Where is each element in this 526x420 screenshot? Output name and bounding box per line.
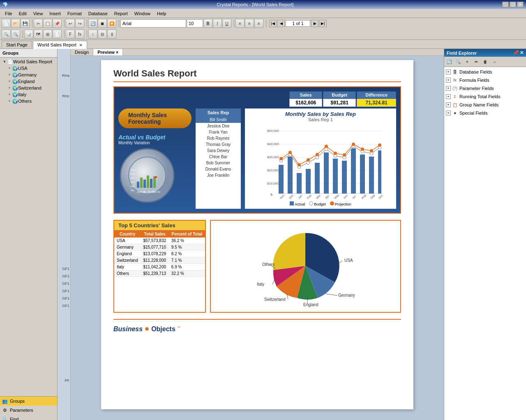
sales-rep-bill-smith[interactable]: Bill Smith bbox=[196, 117, 241, 123]
tree-item-report[interactable]: ▼ 📄 World Sales Report bbox=[1, 58, 56, 65]
first-page-button[interactable]: |◀ bbox=[269, 20, 277, 27]
field-item-formula[interactable]: + fx Formula Fields bbox=[445, 76, 525, 84]
expand-special-icon[interactable]: + bbox=[446, 111, 451, 115]
tb-stop[interactable]: ⏹ bbox=[98, 19, 107, 28]
tab-world-sales[interactable]: World Sales Report ✕ bbox=[33, 41, 87, 49]
field-item-group-name[interactable]: + 📋 Group Name Fields bbox=[445, 101, 525, 109]
tb-undo[interactable]: ↩ bbox=[66, 19, 75, 28]
tb-sort[interactable]: ↕ bbox=[88, 30, 97, 39]
fe-move-to-report-button[interactable]: → bbox=[490, 58, 498, 66]
close-explorer-icon[interactable]: ✕ bbox=[520, 50, 524, 55]
tb-formula[interactable]: fx bbox=[75, 30, 84, 39]
expand-group-name-icon[interactable]: + bbox=[446, 102, 451, 107]
menu-insert[interactable]: Insert bbox=[46, 10, 64, 17]
tree-toggle-switzerland[interactable]: + bbox=[7, 85, 12, 91]
font-selector[interactable] bbox=[120, 19, 186, 28]
design-tab[interactable]: Design bbox=[71, 49, 93, 55]
menu-edit[interactable]: Edit bbox=[16, 10, 30, 17]
tb-bold[interactable]: B bbox=[203, 19, 212, 28]
prev-page-button[interactable]: ◀ bbox=[277, 20, 285, 27]
report-scroll[interactable]: World Sales Report Sales $162,606 Budget bbox=[71, 56, 444, 420]
expand-parameter-icon[interactable]: + bbox=[446, 86, 451, 91]
tree-toggle-england[interactable]: + bbox=[7, 78, 12, 84]
last-page-button[interactable]: ▶| bbox=[319, 20, 327, 27]
field-item-database[interactable]: + 🗄 Database Fields bbox=[445, 68, 525, 76]
find-button[interactable]: 🔍 Find bbox=[0, 415, 57, 420]
field-item-running-total[interactable]: + Σ Running Total Fields bbox=[445, 92, 525, 101]
minimize-button[interactable]: _ bbox=[502, 2, 509, 7]
expand-database-icon[interactable]: + bbox=[446, 69, 451, 74]
tb-chart[interactable]: 📊 bbox=[24, 30, 33, 39]
menu-database[interactable]: Database bbox=[85, 10, 111, 17]
tree-item-england[interactable]: + 🌍 England bbox=[1, 78, 56, 85]
font-size[interactable] bbox=[187, 19, 203, 28]
preview-tab[interactable]: Preview × bbox=[93, 49, 123, 55]
sales-rep-donald-evans[interactable]: Donald Evans bbox=[196, 166, 241, 172]
menu-report[interactable]: Report bbox=[111, 10, 131, 17]
tb-align-left[interactable]: ≡ bbox=[235, 19, 245, 28]
field-item-parameter[interactable]: + (?) Parameter Fields bbox=[445, 84, 525, 92]
tree-item-usa[interactable]: + 🌍 USA bbox=[1, 65, 56, 72]
sales-rep-jessica-doe[interactable]: Jessica Doe bbox=[196, 123, 241, 129]
tree-toggle-germany[interactable]: + bbox=[7, 72, 12, 78]
restore-button[interactable]: ◻ bbox=[510, 2, 516, 7]
tb-filter2[interactable]: ⊻ bbox=[107, 30, 116, 39]
menu-window[interactable]: Window bbox=[131, 10, 154, 17]
tb-align-center[interactable]: ≡ bbox=[245, 19, 254, 28]
groups-header: Groups bbox=[0, 49, 57, 58]
tree-item-others[interactable]: + 🌍 Others bbox=[1, 98, 56, 104]
pin-icon[interactable]: 📌 bbox=[513, 50, 519, 55]
tab-close-button[interactable]: ✕ bbox=[79, 43, 83, 47]
sales-rep-frank-yan[interactable]: Frank Yan bbox=[196, 129, 241, 135]
tree-item-switzerland[interactable]: + 🌍 Switzerland bbox=[1, 85, 56, 91]
tb-open[interactable]: 📂 bbox=[11, 19, 20, 28]
menu-file[interactable]: File bbox=[2, 10, 16, 17]
tb-italic[interactable]: I bbox=[213, 19, 222, 28]
menu-view[interactable]: View bbox=[30, 10, 46, 17]
close-button[interactable]: ✕ bbox=[517, 2, 524, 7]
parameters-button[interactable]: ⚙ Parameters bbox=[0, 406, 57, 415]
fe-refresh-button[interactable]: 🔄 bbox=[445, 58, 453, 66]
sales-rep-chloe-bar[interactable]: Chloe Bar bbox=[196, 154, 241, 160]
tab-start-page[interactable]: Start Page bbox=[2, 41, 32, 48]
expand-formula-icon[interactable]: + bbox=[446, 78, 451, 83]
tb-copy[interactable]: 📋 bbox=[43, 19, 52, 28]
fe-edit-button[interactable]: ✏ bbox=[472, 58, 480, 66]
fe-search-button[interactable]: 🔍 bbox=[454, 58, 462, 66]
menu-format[interactable]: Format bbox=[64, 10, 85, 17]
sales-rep-rob-raynes[interactable]: Rob Raynes bbox=[196, 135, 241, 141]
tree-toggle[interactable]: ▼ bbox=[2, 59, 7, 65]
next-page-button[interactable]: ▶ bbox=[311, 20, 318, 27]
tb-subreport[interactable]: 📄 bbox=[53, 30, 62, 39]
sales-rep-thomas-gray[interactable]: Thomas Gray bbox=[196, 141, 241, 148]
fe-new-button[interactable]: + bbox=[463, 58, 471, 66]
tree-toggle-usa[interactable]: + bbox=[7, 65, 12, 71]
tb-paste[interactable]: 📌 bbox=[53, 19, 62, 28]
expand-running-total-icon[interactable]: + bbox=[446, 94, 451, 99]
sales-rep-joe-franklin[interactable]: Joe Franklin bbox=[196, 172, 241, 178]
tb-cut[interactable]: ✂ bbox=[34, 19, 43, 28]
tree-toggle-italy[interactable]: + bbox=[7, 92, 12, 97]
tb-redo[interactable]: ↪ bbox=[75, 19, 84, 28]
tb-align-right[interactable]: ≡ bbox=[254, 19, 263, 28]
tb-new[interactable]: 📄 bbox=[2, 19, 11, 28]
field-item-special[interactable]: + ✦ Special Fields bbox=[445, 109, 525, 117]
tb-group[interactable]: ⊟ bbox=[98, 30, 107, 39]
tb-zoom-in[interactable]: 🔍 bbox=[11, 30, 20, 39]
tree-item-germany[interactable]: + 🌍 Germany bbox=[1, 72, 56, 78]
groups-button[interactable]: 👥 Groups bbox=[0, 397, 57, 406]
tb-cross-tab[interactable]: ⊞ bbox=[43, 30, 52, 39]
sales-rep-sara-dewey[interactable]: Sara Dewey bbox=[196, 148, 241, 154]
menu-help[interactable]: Help bbox=[154, 10, 170, 17]
tb-underline[interactable]: U bbox=[222, 19, 231, 28]
tb-zoom-out[interactable]: 🔍 bbox=[2, 30, 11, 39]
sales-rep-bob-summer[interactable]: Bob Summer bbox=[196, 160, 241, 166]
tree-toggle-others[interactable]: + bbox=[7, 98, 12, 104]
tb-filter[interactable]: 🔽 bbox=[107, 19, 116, 28]
tb-refresh[interactable]: 🔄 bbox=[88, 19, 97, 28]
fe-delete-button[interactable]: 🗑 bbox=[481, 58, 489, 66]
tb-map[interactable]: 🗺 bbox=[34, 30, 43, 39]
tb-field[interactable]: F bbox=[66, 30, 75, 39]
tree-item-italy[interactable]: + 🌍 Italy bbox=[1, 91, 56, 98]
tb-save[interactable]: 💾 bbox=[21, 19, 30, 28]
